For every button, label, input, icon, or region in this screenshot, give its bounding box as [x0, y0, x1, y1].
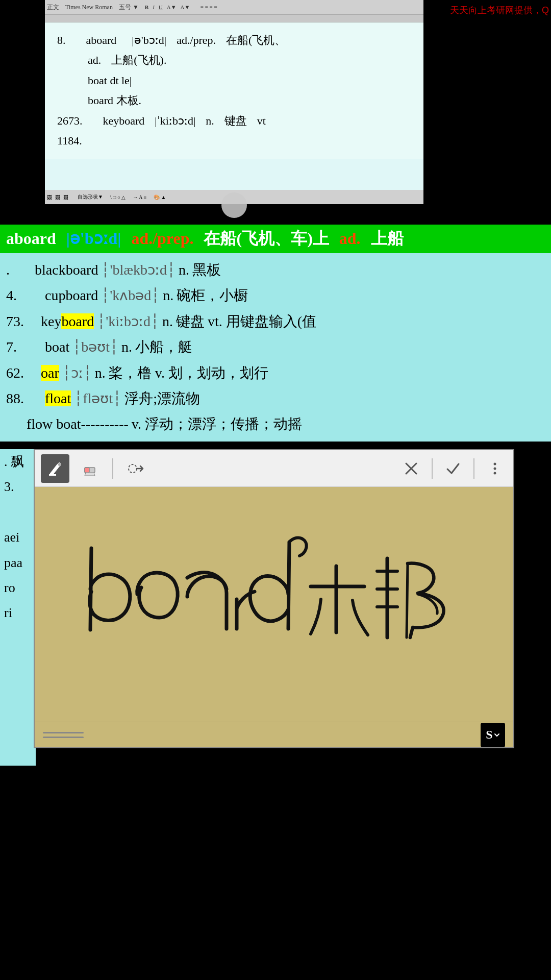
- vocab-row-blackboard: . blackboard ┆'blækbɔːd┆ n. 黑板: [6, 257, 545, 283]
- bottom-handle[interactable]: [43, 732, 84, 738]
- highlighted-entry: aboard |ə'bɔːd| ad./prep. 在船(飞机、车)上 ad. …: [0, 225, 551, 253]
- eraser-tool-button[interactable]: [76, 454, 104, 483]
- watermark: 天天向上考研网提供，Q: [450, 4, 549, 16]
- doc-row-aboard: 8. aboard |ə'bɔːd| ad./prep. 在船(飞机、: [57, 31, 411, 50]
- drawing-panel: S: [34, 449, 514, 748]
- doc-row-board-note: board 木板.: [88, 91, 411, 110]
- handle-line-2: [43, 737, 84, 738]
- more-icon: [487, 461, 503, 476]
- vocab-row-float: 88. float ┆fləʊt┆ 浮舟;漂流物: [6, 386, 545, 411]
- doc-content: 8. aboard |ə'bɔːd| ad./prep. 在船(飞机、 ad. …: [45, 22, 423, 159]
- toolbar-divider-1: [112, 458, 113, 479]
- vocab-row-boat: 7. boat ┆bəʊt┆ n. 小船，艇: [6, 334, 545, 360]
- svg-rect-0: [49, 474, 56, 476]
- svg-point-3: [129, 464, 137, 473]
- doc-row-aboard2: ad. 上船(飞机).: [88, 51, 411, 69]
- doc-row-boat-note: boat dt le|: [88, 71, 411, 90]
- lasso-icon: [127, 459, 145, 478]
- logo-arrow-icon: [494, 732, 500, 738]
- document-area: 正文 Times New Roman 五号 ▼ B I U A▼ A▼ ≡ ≡ …: [45, 0, 423, 204]
- pen-icon: [47, 460, 63, 477]
- handle-line-1: [43, 732, 84, 733]
- drawing-toolbar: [35, 450, 513, 487]
- doc-row-keyboard: 2673. keyboard |ˈkiːbɔːd| n. 键盘 vt: [57, 111, 411, 130]
- drawing-confirm-button[interactable]: [441, 456, 465, 481]
- handwriting-svg: [35, 487, 513, 722]
- vocab-row-flow-boat: flow boat---------- v. 浮动；漂浮；传播；动摇: [6, 411, 545, 437]
- vocab-row-keyboard: 73. keyboard ┆'kiːbɔːd┆ n. 键盘 vt. 用键盘输入(…: [6, 309, 545, 334]
- pen-tool-button[interactable]: [41, 454, 69, 483]
- scroll-circle[interactable]: [221, 192, 247, 218]
- left-peek: . 飘 3. aei paa ro ri: [0, 449, 36, 766]
- check-icon: [445, 461, 461, 476]
- doc-toolbar-top: 正文 Times New Roman 五号 ▼ B I U A▼ A▼ ≡ ≡ …: [45, 0, 423, 14]
- vocab-row-cupboard: 4. cupboard ┆'kʌbəd┆ n. 碗柜，小橱: [6, 283, 545, 308]
- svg-rect-2: [85, 468, 89, 473]
- svg-point-8: [494, 472, 496, 474]
- drawing-more-button[interactable]: [483, 456, 507, 481]
- app-logo: S: [481, 723, 505, 747]
- svg-point-6: [494, 462, 496, 465]
- svg-point-7: [494, 467, 496, 470]
- close-icon: [404, 461, 419, 476]
- toolbar-divider-3: [473, 458, 474, 479]
- doc-ruler: [45, 14, 423, 22]
- toolbar-divider-2: [432, 458, 433, 479]
- scrollbar-thumb[interactable]: [45, 199, 423, 211]
- drawing-canvas[interactable]: [35, 487, 513, 722]
- drawing-close-button[interactable]: [399, 456, 423, 481]
- doc-row-1184: 1184.: [57, 131, 411, 150]
- main-content: aboard |ə'bɔːd| ad./prep. 在船(飞机、车)上 ad. …: [0, 225, 551, 442]
- eraser-icon: [82, 460, 98, 477]
- drawing-bottom-bar: S: [35, 722, 513, 747]
- vocab-row-oar: 62. oar ┆ɔː┆ n. 桨，橹 v. 划，划动，划行: [6, 360, 545, 386]
- watermark-text: 天天向上考研网提供，Q: [450, 5, 549, 15]
- lasso-tool-button[interactable]: [121, 454, 150, 483]
